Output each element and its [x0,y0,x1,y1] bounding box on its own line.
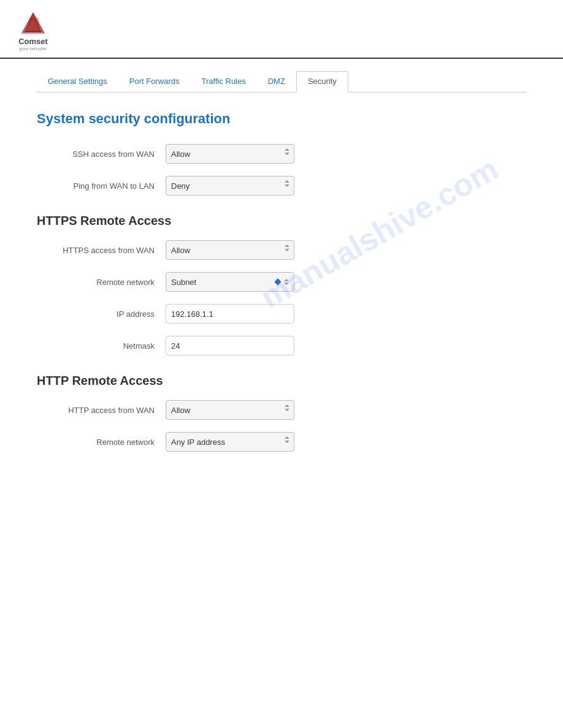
tabs-bar: General Settings Port Forwards Traffic R… [0,59,563,92]
tab-traffic-rules[interactable]: Traffic Rules [190,72,256,92]
ssh-access-select-container: Allow Deny [166,144,294,164]
subnet-arrows [284,279,289,285]
tab-security[interactable]: Security [296,71,348,93]
https-access-select[interactable]: Allow Deny [166,240,294,260]
https-remote-network-label: Remote network [37,278,166,287]
http-access-row: HTTP access from WAN Allow Deny [37,400,526,420]
main-content: System security configuration SSH access… [0,93,563,482]
ping-select[interactable]: Deny Allow [166,176,294,195]
netmask-row: Netmask [37,336,526,355]
header: Comset your mrouter [0,0,563,59]
ip-address-input[interactable] [166,304,294,324]
ping-row: Ping from WAN to LAN Deny Allow [37,176,526,195]
logo-icon [18,11,48,36]
http-remote-network-row: Remote network Any IP address Subnet [37,432,526,452]
page-title: System security configuration [37,111,526,127]
http-access-label: HTTP access from WAN [37,406,166,415]
http-access-select-container: Allow Deny [166,400,294,420]
https-access-select-container: Allow Deny [166,240,294,260]
https-remote-network-row: Remote network Subnet [37,272,526,292]
https-access-row: HTTPS access from WAN Allow Deny [37,240,526,260]
arrow-up-icon [284,279,289,281]
tab-dmz[interactable]: DMZ [257,72,296,92]
tab-port-forwards[interactable]: Port Forwards [118,72,191,92]
ping-select-container: Deny Allow [166,176,294,195]
logo-text: Comset [18,37,48,46]
ssh-access-row: SSH access from WAN Allow Deny [37,144,526,164]
ip-address-row: IP address [37,304,526,324]
ssh-access-select[interactable]: Allow Deny [166,144,294,164]
http-section-title: HTTP Remote Access [37,374,526,388]
http-access-select[interactable]: Allow Deny [166,400,294,420]
tab-general-settings[interactable]: General Settings [37,72,118,92]
ping-label: Ping from WAN to LAN [37,181,166,191]
https-section-title: HTTPS Remote Access [37,214,526,228]
netmask-label: Netmask [37,341,166,351]
http-remote-network-select-container: Any IP address Subnet [166,432,294,452]
logo-subtext: your mrouter [19,46,47,51]
https-remote-network-value: Subnet [171,278,275,287]
arrow-down-icon [284,282,289,285]
logo: Comset your mrouter [18,11,48,51]
subnet-diamond-icon [274,278,281,285]
https-remote-network-container: Subnet [166,272,294,292]
ip-address-label: IP address [37,309,166,319]
netmask-input[interactable] [166,336,294,355]
http-remote-network-select[interactable]: Any IP address Subnet [166,432,294,452]
http-remote-network-label: Remote network [37,438,166,447]
ssh-access-label: SSH access from WAN [37,150,166,159]
https-access-label: HTTPS access from WAN [37,246,166,255]
